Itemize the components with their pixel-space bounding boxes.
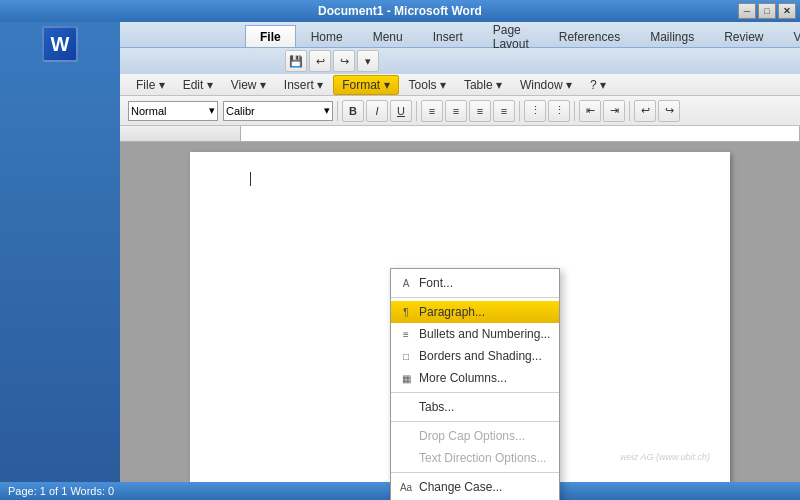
separator-after-tabs xyxy=(391,421,559,422)
underline-button[interactable]: U xyxy=(390,100,412,122)
font-value: Calibr xyxy=(226,105,255,117)
separator-5 xyxy=(629,101,630,121)
menu-table[interactable]: Table ▾ xyxy=(456,75,510,95)
tabs-icon xyxy=(397,398,415,416)
bullets-icon: ≡ xyxy=(397,325,415,343)
indent-decrease-button[interactable]: ⇤ xyxy=(579,100,601,122)
style-selector[interactable]: Normal ▾ xyxy=(128,101,218,121)
menu-item-borders[interactable]: □ Borders and Shading... xyxy=(391,345,559,367)
maximize-button[interactable]: □ xyxy=(758,3,776,19)
tab-page-layout[interactable]: Page Layout xyxy=(478,25,544,47)
undo-button[interactable]: ↩ xyxy=(309,50,331,72)
separator-4 xyxy=(574,101,575,121)
borders-icon: □ xyxy=(397,347,415,365)
menu-item-bullets[interactable]: ≡ Bullets and Numbering... xyxy=(391,323,559,345)
menu-insert[interactable]: Insert ▾ xyxy=(276,75,331,95)
menu-item-columns[interactable]: ▦ More Columns... xyxy=(391,367,559,389)
quick-access-toolbar: 💾 ↩ ↪ ▾ xyxy=(120,48,800,74)
format-dropdown-menu: A Font... ¶ Paragraph... ≡ Bullets and N… xyxy=(390,268,560,500)
menu-help[interactable]: ? ▾ xyxy=(582,75,614,95)
toolbar: Normal ▾ Calibr ▾ B I U ≡ ≡ ≡ ≡ ⋮ ⋮ ⇤ ⇥ … xyxy=(120,96,800,126)
text-cursor xyxy=(250,172,251,186)
title-bar-controls: ─ □ ✕ xyxy=(738,3,796,19)
watermark: weiz AG (www.ubit.ch) xyxy=(620,452,710,462)
align-justify-button[interactable]: ≡ xyxy=(493,100,515,122)
menu-item-dropcap: Drop Cap Options... xyxy=(391,425,559,447)
tab-mailings[interactable]: Mailings xyxy=(635,25,709,47)
menu-window[interactable]: Window ▾ xyxy=(512,75,580,95)
dropcap-icon xyxy=(397,427,415,445)
separator-3 xyxy=(519,101,520,121)
redo-button[interactable]: ↪ xyxy=(333,50,355,72)
change-case-icon: Aa xyxy=(397,478,415,496)
separator-after-columns xyxy=(391,392,559,393)
numbering-button[interactable]: ⋮ xyxy=(548,100,570,122)
menu-item-font[interactable]: A Font... xyxy=(391,272,559,294)
menu-edit[interactable]: Edit ▾ xyxy=(175,75,221,95)
menu-item-change-case[interactable]: Aa Change Case... xyxy=(391,476,559,498)
tab-review[interactable]: Review xyxy=(709,25,778,47)
columns-icon: ▦ xyxy=(397,369,415,387)
style-dropdown-icon: ▾ xyxy=(209,104,215,117)
menu-item-paragraph[interactable]: ¶ Paragraph... xyxy=(391,301,559,323)
tab-view[interactable]: View xyxy=(779,25,800,47)
ruler-inner xyxy=(240,126,800,141)
app-container: Document1 - Microsoft Word ─ □ ✕ W File … xyxy=(0,0,800,500)
save-button[interactable]: 💾 xyxy=(285,50,307,72)
title-text: Document1 - Microsoft Word xyxy=(318,4,482,18)
bold-button[interactable]: B xyxy=(342,100,364,122)
italic-button[interactable]: I xyxy=(366,100,388,122)
separator-2 xyxy=(416,101,417,121)
font-dropdown-icon: ▾ xyxy=(324,104,330,117)
separator-after-direction xyxy=(391,472,559,473)
document-area: weiz AG (www.ubit.ch) A Font... ¶ Paragr… xyxy=(120,142,800,482)
left-panel: W xyxy=(0,22,120,500)
customize-button[interactable]: ▾ xyxy=(357,50,379,72)
menu-item-tabs[interactable]: Tabs... xyxy=(391,396,559,418)
style-value: Normal xyxy=(131,105,166,117)
text-direction-icon xyxy=(397,449,415,467)
menu-view[interactable]: View ▾ xyxy=(223,75,274,95)
align-center-button[interactable]: ≡ xyxy=(445,100,467,122)
separator-1 xyxy=(337,101,338,121)
title-bar: Document1 - Microsoft Word ─ □ ✕ xyxy=(0,0,800,22)
tab-file[interactable]: File xyxy=(245,25,296,47)
status-text: Page: 1 of 1 Words: 0 xyxy=(8,485,114,497)
tab-insert[interactable]: Insert xyxy=(418,25,478,47)
tab-references[interactable]: References xyxy=(544,25,635,47)
undo-toolbar-button[interactable]: ↩ xyxy=(634,100,656,122)
align-left-button[interactable]: ≡ xyxy=(421,100,443,122)
align-right-button[interactable]: ≡ xyxy=(469,100,491,122)
redo-toolbar-button[interactable]: ↪ xyxy=(658,100,680,122)
tab-home[interactable]: Home xyxy=(296,25,358,47)
indent-increase-button[interactable]: ⇥ xyxy=(603,100,625,122)
word-logo: W xyxy=(42,26,78,62)
close-button[interactable]: ✕ xyxy=(778,3,796,19)
paragraph-icon: ¶ xyxy=(397,303,415,321)
minimize-button[interactable]: ─ xyxy=(738,3,756,19)
font-icon: A xyxy=(397,274,415,292)
menu-item-text-direction: Text Direction Options... xyxy=(391,447,559,469)
separator-after-font xyxy=(391,297,559,298)
tab-menu[interactable]: Menu xyxy=(358,25,418,47)
bullets-button[interactable]: ⋮ xyxy=(524,100,546,122)
font-selector[interactable]: Calibr ▾ xyxy=(223,101,333,121)
ribbon-tabs: File Home Menu Insert Page Layout Refere… xyxy=(120,22,800,48)
ruler xyxy=(120,126,800,142)
menu-bar: File ▾ Edit ▾ View ▾ Insert ▾ Format ▾ T… xyxy=(120,74,800,96)
menu-file[interactable]: File ▾ xyxy=(128,75,173,95)
menu-format[interactable]: Format ▾ xyxy=(333,75,398,95)
menu-tools[interactable]: Tools ▾ xyxy=(401,75,454,95)
